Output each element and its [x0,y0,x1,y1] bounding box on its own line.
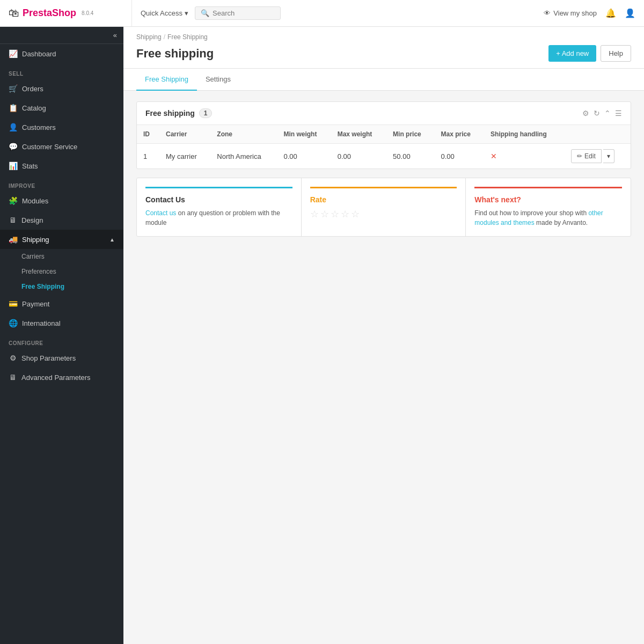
sidebar-sub-carriers[interactable]: Carriers [0,249,123,264]
shop-parameters-icon: ⚙ [9,354,17,362]
rate-card: Rate ☆ ☆ ☆ ☆ ☆ [302,178,466,236]
sidebar-item-orders[interactable]: 🛒 Orders [0,79,123,98]
menu-icon[interactable]: ☰ [615,109,622,118]
cell-edit-actions: ✏ Edit ▾ [565,144,631,169]
breadcrumb-current: Free Shipping [167,33,208,41]
prestashop-logo: 🛍 PrestaShop 8.0.4 [9,7,93,19]
rate-card-title: Rate [310,187,457,204]
page-header: Shipping / Free Shipping Free shipping +… [123,27,644,69]
international-label: International [22,319,61,327]
settings-icon[interactable]: ⚙ [582,109,589,118]
whats-next-title: What's next? [474,187,622,204]
view-my-shop-label: View my shop [553,9,597,17]
col-min-price: Min price [386,125,434,144]
whats-next-text-before: Find out how to improve your shop with [474,209,588,217]
cell-min-weight: 0.00 [277,144,331,169]
info-cards: Contact Us Contact us on any question or… [136,178,631,237]
contact-card-title: Contact Us [145,187,292,204]
shipping-label: Shipping [22,236,49,244]
star-3[interactable]: ☆ [331,208,339,220]
sidebar-item-customers[interactable]: 👤 Customers [0,118,123,137]
design-label: Design [21,216,43,224]
refresh-icon[interactable]: ↻ [594,109,600,118]
sidebar-item-shop-parameters[interactable]: ⚙ Shop Parameters [0,348,123,368]
breadcrumb-separator: / [164,33,165,41]
page-title-row: Free shipping + Add new Help [136,45,631,62]
cell-max-price: 0.00 [435,144,485,169]
advanced-parameters-label: Advanced Parameters [21,374,91,382]
sidebar-item-modules[interactable]: 🧩 Modules [0,191,123,210]
quick-access-button[interactable]: Quick Access ▾ [141,9,188,17]
star-2[interactable]: ☆ [320,208,329,220]
sidebar-item-shipping[interactable]: 🚚 Shipping ▲ [0,230,123,249]
star-1[interactable]: ☆ [310,208,319,220]
free-shipping-sub-label: Free Shipping [21,283,64,290]
col-carrier: Carrier [159,125,210,144]
sidebar-sub-free-shipping[interactable]: Free Shipping [0,279,123,294]
search-icon: 🔍 [201,9,209,17]
stats-label: Stats [22,162,38,170]
catalog-label: Catalog [22,104,46,112]
contact-card-text: Contact us on any question or problem wi… [145,208,292,228]
view-my-shop-link[interactable]: 👁 View my shop [544,9,597,17]
chevron-down-icon: ▾ [185,9,188,17]
sidebar-item-dashboard[interactable]: 📈 Dashboard [0,44,123,63]
tab-free-shipping[interactable]: Free Shipping [136,69,197,91]
cell-zone: North America [210,144,277,169]
advanced-parameters-icon: 🖥 [9,373,17,382]
search-box[interactable]: 🔍 [195,6,281,20]
version-badge: 8.0.4 [82,10,93,16]
table-row: 1 My carrier North America 0.00 0.00 50.… [137,144,631,169]
sidebar-collapse-btn[interactable]: « [0,27,123,44]
quick-access-label: Quick Access [141,9,182,17]
sidebar-item-customer-service[interactable]: 💬 Customer Service [0,137,123,156]
tabs-bar: Free Shipping Settings [123,69,644,91]
help-button[interactable]: Help [601,45,631,62]
customer-service-icon: 💬 [9,142,18,151]
sidebar-item-design[interactable]: 🖥 Design [0,210,123,230]
preferences-sub-label: Preferences [21,268,56,275]
user-account-icon[interactable]: 👤 [625,8,635,18]
top-navbar: 🛍 PrestaShop 8.0.4 Quick Access ▾ 🔍 👁 Vi… [0,0,644,27]
edit-button[interactable]: ✏ Edit [571,149,602,163]
star-4[interactable]: ☆ [341,208,349,220]
modules-label: Modules [22,197,48,205]
notifications-icon[interactable]: 🔔 [605,8,616,18]
sidebar-item-payment[interactable]: 💳 Payment [0,294,123,313]
col-max-weight: Max weight [331,125,386,144]
card-header-actions: ⚙ ↻ ⌃ ☰ [582,109,622,118]
breadcrumb: Shipping / Free Shipping [136,33,631,41]
contact-us-link[interactable]: Contact us [145,209,176,217]
tab-free-shipping-label: Free Shipping [145,75,188,83]
tab-settings[interactable]: Settings [197,69,239,91]
sidebar: « 📈 Dashboard SELL 🛒 Orders 📋 Catalog 👤 … [0,27,123,644]
sidebar-item-stats[interactable]: 📊 Stats [0,156,123,175]
modules-icon: 🧩 [9,196,18,205]
star-5[interactable]: ☆ [351,208,360,220]
expand-icon[interactable]: ⌃ [604,109,611,118]
eye-icon: 👁 [544,9,551,17]
cell-min-price: 50.00 [386,144,434,169]
breadcrumb-parent[interactable]: Shipping [136,33,162,41]
module-card-title-text: Free shipping [145,109,195,118]
carriers-sub-label: Carriers [21,253,45,260]
table-header-row: ID Carrier Zone Min weight Max weight Mi… [137,125,631,144]
sidebar-item-catalog[interactable]: 📋 Catalog [0,98,123,118]
add-new-button[interactable]: + Add new [548,45,596,62]
col-shipping-handling: Shipping handling [484,125,565,144]
sidebar-item-advanced-parameters[interactable]: 🖥 Advanced Parameters [0,368,123,387]
chevron-up-icon: ▲ [109,237,115,243]
edit-dropdown-button[interactable]: ▾ [603,149,614,163]
sidebar-item-international[interactable]: 🌐 International [0,313,123,333]
search-input[interactable] [213,9,275,17]
cell-id: 1 [137,144,159,169]
stars-container: ☆ ☆ ☆ ☆ ☆ [310,208,457,220]
nav-right: 👁 View my shop 🔔 👤 [544,8,635,18]
contact-card: Contact Us Contact us on any question or… [137,178,302,236]
dashboard-label: Dashboard [22,50,56,58]
nav-center: Quick Access ▾ 🔍 [132,6,544,20]
whats-next-text-after: made by Anvanto. [535,219,588,226]
sell-section-label: SELL [0,63,123,79]
sidebar-sub-preferences[interactable]: Preferences [0,264,123,279]
module-card: Free shipping 1 ⚙ ↻ ⌃ ☰ ID [136,101,631,169]
